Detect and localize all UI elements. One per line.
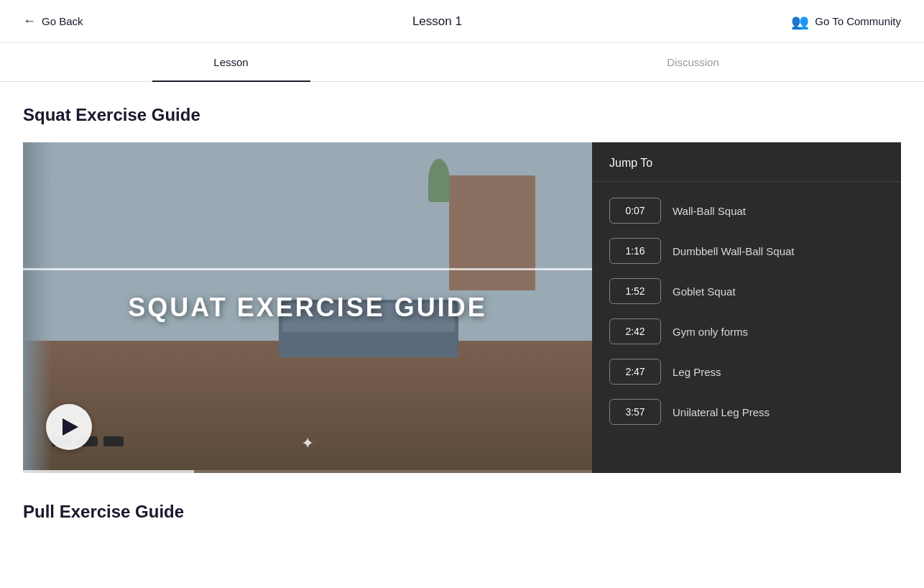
video-progress-fill [23,470,194,473]
go-back-label: Go Back [42,15,83,27]
tab-discussion[interactable]: Discussion [462,43,924,81]
video-overlay-text: SQUAT EXERCISE GUIDE [128,293,486,323]
video-player[interactable]: SQUAT EXERCISE GUIDE ✦ [23,142,592,473]
section2-title: Pull Exercise Guide [23,502,901,522]
jump-time-badge: 3:57 [609,399,661,425]
jump-to-list[interactable]: 0:07Wall-Ball Squat1:16Dumbbell Wall-Bal… [592,182,901,473]
tab-lesson[interactable]: Lesson [0,43,462,81]
main-content: Squat Exercise Guide SQUAT EXERCISE GUID… [0,82,924,473]
play-icon [63,418,78,436]
jump-item[interactable]: 2:47Leg Press [604,352,890,392]
arrow-left-icon: ← [23,14,36,29]
play-button[interactable] [46,404,92,450]
jump-item[interactable]: 1:52Goblet Squat [604,271,890,311]
plant [428,159,450,202]
header: ← Go Back Lesson 1 👥 Go To Community [0,0,924,43]
video-progress-bar[interactable] [23,470,592,473]
jump-label: Dumbbell Wall-Ball Squat [673,245,795,257]
go-back-button[interactable]: ← Go Back [23,14,83,29]
jump-item[interactable]: 1:16Dumbbell Wall-Ball Squat [604,231,890,271]
jump-to-panel: Jump To 0:07Wall-Ball Squat1:16Dumbbell … [592,142,901,473]
room-floor [23,341,592,473]
jump-time-badge: 2:42 [609,318,661,344]
jump-label: Wall-Ball Squat [673,205,746,217]
jump-item[interactable]: 3:57Unilateral Leg Press [604,392,890,432]
section1-title: Squat Exercise Guide [23,105,901,125]
second-section: Pull Exercise Guide [0,502,924,562]
jump-label: Leg Press [673,366,721,378]
jump-item[interactable]: 2:42Gym only forms [604,311,890,352]
community-label: Go To Community [815,15,901,27]
jump-item[interactable]: 0:07Wall-Ball Squat [604,190,890,231]
video-bar [23,268,592,270]
go-to-community-button[interactable]: 👥 Go To Community [791,13,901,30]
video-section: SQUAT EXERCISE GUIDE ✦ Jump To 0:07Wall-… [23,142,901,473]
jump-time-badge: 1:16 [609,238,661,264]
jump-label: Gym only forms [673,326,748,338]
jump-time-badge: 1:52 [609,278,661,304]
jump-time-badge: 0:07 [609,198,661,224]
tabs-nav: Lesson Discussion [0,43,924,82]
lesson-title: Lesson 1 [412,14,462,29]
jump-time-badge: 2:47 [609,359,661,385]
video-watermark: ✦ [301,434,314,453]
community-icon: 👥 [791,13,809,30]
dumbbell-3 [103,436,124,446]
shelf [449,175,535,290]
jump-label: Unilateral Leg Press [673,406,770,418]
jump-label: Goblet Squat [673,285,736,298]
jump-to-header: Jump To [592,142,901,182]
